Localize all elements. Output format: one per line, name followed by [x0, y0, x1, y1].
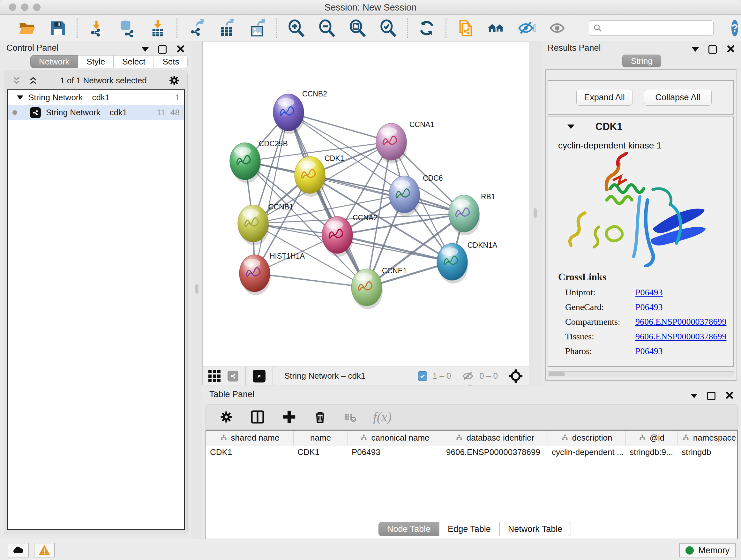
- crosslink-link[interactable]: P06493: [635, 287, 663, 298]
- network-edge-ccna2-cdkn1a[interactable]: [337, 235, 452, 262]
- search-input[interactable]: [603, 23, 710, 33]
- network-options-gear-icon[interactable]: [168, 74, 180, 86]
- string-view-icon[interactable]: [227, 371, 239, 381]
- table-panel-title: Table Panel: [209, 389, 254, 399]
- protein-description: cyclin-dependent kinase 1: [551, 136, 730, 151]
- network-canvas[interactable]: CCNB2CCNA1CDC25BCDK1CDC6RB1CCNB1CCNA2CDK…: [202, 41, 529, 367]
- network-edge-ccnb2-ccne1[interactable]: [288, 112, 367, 287]
- tab-network[interactable]: Network: [30, 55, 78, 68]
- collapse-all-button[interactable]: Collapse All: [644, 89, 712, 106]
- collapse-triangle-icon[interactable]: [17, 96, 23, 100]
- splitter-grip[interactable]: [534, 208, 537, 218]
- import-network-file-button[interactable]: [87, 19, 106, 37]
- hide-selected-button[interactable]: [517, 19, 536, 37]
- crosslink-link[interactable]: P06493: [635, 302, 663, 312]
- panel-menu-icon[interactable]: [692, 47, 699, 52]
- delete-column-icon[interactable]: [313, 410, 327, 424]
- protein-details-box: cyclin-dependent kinase 1: [551, 136, 730, 363]
- table-cell[interactable]: 9606.ENSP00000378699: [442, 445, 548, 460]
- grid-view-icon[interactable]: [208, 370, 220, 382]
- zoom-in-button[interactable]: [287, 19, 306, 37]
- tab-network-table[interactable]: Network Table: [499, 522, 571, 536]
- column-header-database-identifier[interactable]: database identifier: [442, 431, 548, 445]
- network-selection-status: 1 of 1 Network selected: [39, 76, 168, 85]
- tab-edge-table[interactable]: Edge Table: [439, 522, 499, 536]
- tab-select[interactable]: Select: [114, 55, 154, 68]
- show-columns-icon[interactable]: [250, 409, 265, 425]
- expand-all-icon[interactable]: [28, 75, 39, 86]
- column-header-name[interactable]: name: [293, 431, 348, 445]
- panel-menu-icon[interactable]: [690, 394, 697, 398]
- tab-sets[interactable]: Sets: [154, 55, 188, 68]
- zoom-out-button[interactable]: [318, 19, 336, 37]
- results-panel-title: Results Panel: [548, 43, 601, 53]
- close-panel-icon[interactable]: [726, 44, 735, 55]
- close-panel-icon[interactable]: [176, 44, 185, 55]
- node-count: 11: [157, 108, 165, 118]
- float-panel-icon[interactable]: [158, 45, 166, 54]
- float-panel-icon[interactable]: [709, 45, 717, 54]
- table-row[interactable]: CDK1CDK1P064939606.ENSP00000378699cyclin…: [206, 445, 737, 460]
- import-network-database-button[interactable]: [118, 19, 136, 37]
- birdseye-view-icon[interactable]: [253, 370, 266, 382]
- column-header-label: canonical name: [371, 433, 429, 443]
- column-header--id[interactable]: @id: [626, 431, 678, 445]
- column-tree-icon: [456, 434, 463, 441]
- expand-all-button[interactable]: Expand All: [576, 89, 632, 106]
- help-button[interactable]: ?: [731, 20, 738, 37]
- column-header-namespace[interactable]: namespace: [678, 431, 738, 445]
- tab-node-table[interactable]: Node Table: [379, 522, 439, 536]
- show-hidden-button[interactable]: [548, 19, 566, 37]
- cloud-button[interactable]: [8, 543, 29, 557]
- panel-menu-icon[interactable]: [142, 47, 149, 52]
- network-row[interactable]: String Network – cdk1 11 48: [8, 105, 184, 120]
- network-collection-row[interactable]: String Network – cdk1 1: [8, 90, 184, 105]
- table-cell[interactable]: P06493: [348, 445, 442, 460]
- function-builder-button[interactable]: f(x): [373, 409, 392, 425]
- delete-table-icon[interactable]: [344, 411, 356, 423]
- toolbar-separator: [246, 367, 246, 385]
- zoom-fit-button[interactable]: [348, 19, 367, 37]
- copy-style-button[interactable]: [456, 19, 475, 37]
- table-cell[interactable]: cyclin-dependent ...: [548, 445, 626, 460]
- export-image-button[interactable]: [248, 19, 267, 37]
- table-options-gear-icon[interactable]: [219, 410, 233, 424]
- network-edge-ccnb2-hist1h1a[interactable]: [255, 112, 288, 273]
- pan-crosshair-icon[interactable]: [509, 369, 523, 383]
- zoom-in-icon: [287, 19, 305, 37]
- add-column-icon[interactable]: [282, 410, 296, 424]
- homes-button[interactable]: [487, 19, 505, 37]
- tab-style[interactable]: Style: [78, 55, 114, 68]
- table-cell[interactable]: CDK1: [206, 445, 293, 460]
- import-table-file-button[interactable]: [148, 19, 167, 37]
- results-hscrollbar[interactable]: [548, 371, 734, 377]
- column-header-description[interactable]: description: [548, 431, 626, 445]
- zoom-selected-button[interactable]: [379, 19, 397, 37]
- memory-button[interactable]: Memory: [679, 543, 736, 557]
- export-table-button[interactable]: [218, 19, 236, 37]
- column-header-canonical-name[interactable]: canonical name: [348, 431, 442, 445]
- collapse-protein-icon[interactable]: [567, 125, 575, 129]
- collapse-all-icon[interactable]: [11, 75, 22, 86]
- refresh-button[interactable]: [417, 19, 436, 37]
- crosslink-link[interactable]: 9606.ENSP00000378699: [635, 317, 726, 327]
- column-header-shared-name[interactable]: shared name: [206, 431, 293, 445]
- crosslink-link[interactable]: P06493: [635, 346, 663, 356]
- save-session-button[interactable]: [49, 19, 67, 37]
- splitter-grip[interactable]: [195, 284, 199, 294]
- help-label: ?: [731, 22, 738, 34]
- export-network-icon: [187, 19, 205, 37]
- table-cell[interactable]: CDK1: [293, 445, 348, 460]
- crosslink-link[interactable]: 9606.ENSP00000378699: [635, 331, 726, 341]
- open-session-button[interactable]: [18, 19, 37, 37]
- warnings-button[interactable]: [34, 543, 55, 557]
- selected-checkbox-icon[interactable]: [418, 371, 427, 381]
- network-edge-ccne1-hist1h1a[interactable]: [255, 273, 367, 287]
- table-cell[interactable]: stringdb:9...: [626, 445, 678, 460]
- column-tree-icon: [639, 434, 646, 441]
- table-cell[interactable]: stringdb: [678, 445, 738, 460]
- float-panel-icon[interactable]: [707, 392, 716, 400]
- tab-string[interactable]: String: [622, 55, 661, 67]
- export-network-button[interactable]: [187, 19, 205, 37]
- close-panel-icon[interactable]: [725, 391, 734, 401]
